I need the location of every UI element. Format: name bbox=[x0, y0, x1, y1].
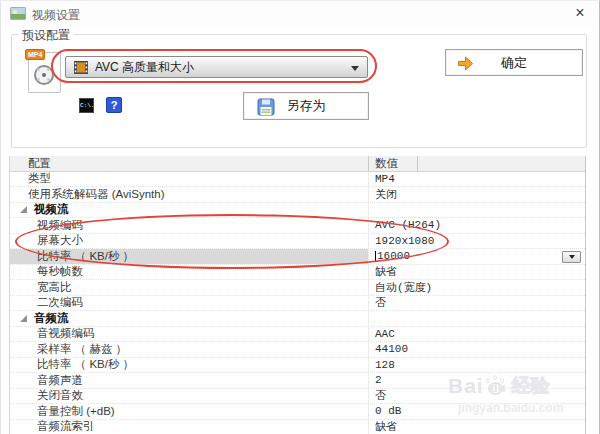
mp4-badge: MP4 bbox=[25, 49, 45, 60]
row-label: 比特率 （ KB/秒 ） bbox=[10, 358, 369, 373]
video-settings-dialog: 视频设置 × 预设配置 MP4 AVC 高质量和大小 确定 C:\. ? bbox=[0, 0, 600, 434]
table-row[interactable]: 音频流 bbox=[10, 311, 585, 327]
row-value: 缺省 bbox=[369, 420, 585, 434]
table-row[interactable]: 宽高比自动(宽度) bbox=[10, 280, 585, 296]
row-value: 128 bbox=[369, 358, 585, 373]
row-label: 视频流 bbox=[10, 203, 369, 218]
text-caret bbox=[375, 251, 376, 262]
row-label: 音频声道 bbox=[10, 373, 369, 388]
row-label: 关闭音效 bbox=[10, 389, 369, 404]
mp4-file-icon: MP4 bbox=[28, 52, 61, 93]
row-value: 0 dB bbox=[369, 404, 585, 419]
value-dropdown-button[interactable] bbox=[562, 251, 581, 264]
ok-button[interactable]: 确定 bbox=[445, 49, 583, 76]
row-label: 类型 bbox=[10, 172, 369, 187]
row-label: 宽高比 bbox=[10, 280, 369, 295]
table-row[interactable]: 视频流 bbox=[10, 203, 585, 219]
row-value: 否 bbox=[369, 389, 585, 404]
settings-table-body: 配置数值类型MP4使用系统解码器 (AviSynth)关闭视频流视频编码AVC … bbox=[10, 156, 585, 434]
expander-triangle-icon[interactable] bbox=[20, 315, 27, 322]
command-line-icon[interactable]: C:\. bbox=[79, 98, 94, 113]
settings-table: 配置数值类型MP4使用系统解码器 (AviSynth)关闭视频流视频编码AVC … bbox=[9, 156, 586, 434]
table-row[interactable]: 音量控制 (+dB)0 dB bbox=[10, 404, 585, 420]
row-value: AAC bbox=[369, 327, 585, 342]
table-row[interactable]: 屏幕大小1920x1080 bbox=[10, 234, 585, 250]
row-value: 关闭 bbox=[369, 187, 585, 202]
row-label: 二次编码 bbox=[10, 296, 369, 311]
preset-dropdown[interactable]: AVC 高质量和大小 bbox=[65, 56, 368, 78]
row-label: 采样率 （ 赫兹 ） bbox=[10, 342, 369, 357]
table-row[interactable]: 类型MP4 bbox=[10, 172, 585, 188]
row-value bbox=[369, 203, 585, 218]
row-label: 音量控制 (+dB) bbox=[10, 404, 369, 419]
table-row[interactable]: 音频流索引缺省 bbox=[10, 420, 585, 434]
row-value: 44100 bbox=[369, 342, 585, 357]
app-icon bbox=[10, 7, 26, 20]
row-label: 视频编码 bbox=[10, 218, 369, 233]
row-value: AVC (H264) bbox=[369, 218, 585, 233]
row-value: 2 bbox=[369, 373, 585, 388]
titlebar: 视频设置 × bbox=[1, 1, 599, 27]
table-row[interactable]: 采样率 （ 赫兹 ）44100 bbox=[10, 342, 585, 358]
film-reel-icon bbox=[34, 65, 54, 85]
floppy-disk-icon bbox=[257, 98, 275, 116]
help-icon[interactable]: ? bbox=[106, 97, 122, 113]
chevron-down-icon bbox=[351, 66, 359, 71]
row-value: 1920x1080 bbox=[369, 234, 585, 249]
table-row[interactable]: 使用系统解码器 (AviSynth)关闭 bbox=[10, 187, 585, 203]
row-label: 使用系统解码器 (AviSynth) bbox=[10, 187, 369, 202]
table-row[interactable]: 二次编码否 bbox=[10, 296, 585, 312]
table-row[interactable]: 音频声道2 bbox=[10, 373, 585, 389]
table-row[interactable]: 比特率 （ KB/秒 ）16000 bbox=[10, 249, 585, 265]
table-row[interactable]: 每秒帧数缺省 bbox=[10, 265, 585, 281]
table-row[interactable]: 音视频编码AAC bbox=[10, 327, 585, 343]
window-title: 视频设置 bbox=[32, 7, 80, 24]
expander-triangle-icon[interactable] bbox=[20, 206, 27, 213]
column-divider bbox=[417, 156, 418, 171]
chevron-down-icon bbox=[569, 255, 575, 259]
row-value: 缺省 bbox=[369, 265, 585, 280]
save-as-button[interactable]: 另存为 bbox=[243, 92, 369, 120]
orange-arrow-icon bbox=[457, 55, 474, 72]
row-label: 音视频编码 bbox=[10, 327, 369, 342]
row-label: 比特率 （ KB/秒 ） bbox=[10, 249, 369, 264]
row-value: 否 bbox=[369, 296, 585, 311]
table-row[interactable]: 关闭音效否 bbox=[10, 389, 585, 405]
row-label: 每秒帧数 bbox=[10, 265, 369, 280]
row-label: 音频流 bbox=[10, 311, 369, 326]
row-value: 自动(宽度) bbox=[369, 280, 585, 295]
filmstrip-icon bbox=[74, 61, 88, 74]
close-icon[interactable]: × bbox=[571, 4, 589, 22]
save-as-button-label: 另存为 bbox=[287, 97, 326, 115]
ok-button-label: 确定 bbox=[501, 54, 527, 72]
preset-selected-value: AVC 高质量和大小 bbox=[95, 59, 194, 76]
row-value bbox=[369, 311, 585, 326]
row-label: 音频流索引 bbox=[10, 420, 369, 434]
row-label: 屏幕大小 bbox=[10, 234, 369, 249]
column-header-config: 配置 bbox=[10, 156, 369, 171]
column-header-value: 数值 bbox=[369, 156, 585, 171]
table-row[interactable]: 视频编码AVC (H264) bbox=[10, 218, 585, 234]
table-header-row: 配置数值 bbox=[10, 156, 585, 172]
row-value[interactable]: 16000 bbox=[369, 249, 585, 264]
row-value: MP4 bbox=[369, 172, 585, 187]
table-row[interactable]: 比特率 （ KB/秒 ）128 bbox=[10, 358, 585, 374]
preset-group-label: 预设配置 bbox=[18, 27, 74, 44]
